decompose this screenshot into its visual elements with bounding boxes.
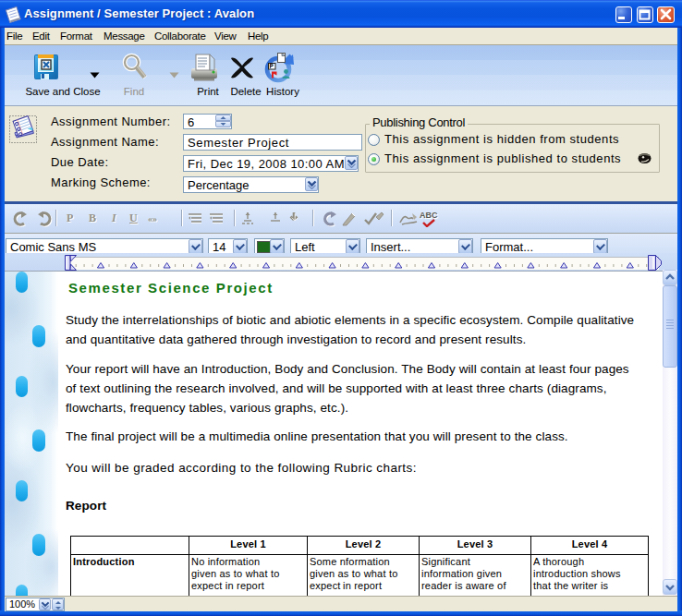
svg-text:P: P bbox=[270, 63, 274, 69]
